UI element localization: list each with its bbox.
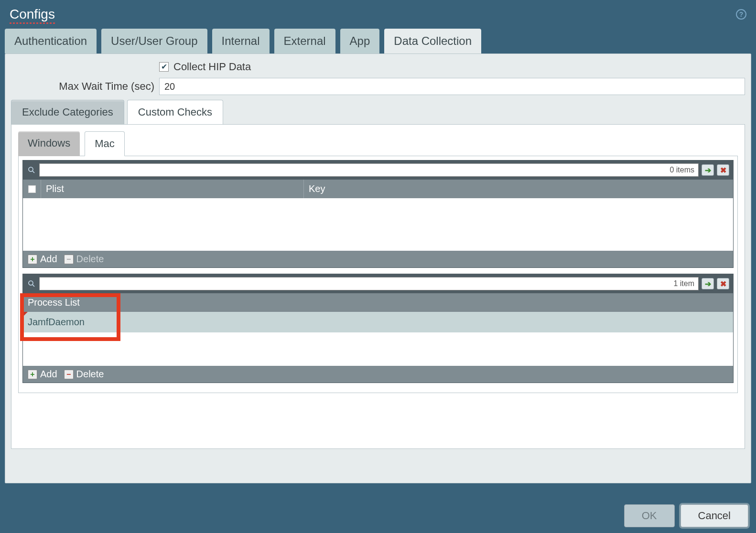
tab-app[interactable]: App — [340, 29, 380, 53]
custom-checks-panel: Windows Mac ➔ ✖ Plist Key — [11, 124, 745, 449]
search-icon — [27, 279, 36, 288]
plist-grid-body — [23, 198, 733, 251]
plist-header-key[interactable]: Key — [304, 180, 733, 198]
svg-point-0 — [29, 167, 33, 171]
minus-icon: − — [64, 370, 74, 379]
collect-hip-label: Collect HIP Data — [173, 61, 251, 73]
plist-grid: ➔ ✖ Plist Key + Add − Delete — [22, 160, 734, 268]
tab-data-collection[interactable]: Data Collection — [384, 29, 481, 53]
svg-line-1 — [32, 171, 34, 173]
clear-icon[interactable]: ✖ — [717, 164, 729, 176]
plus-icon: + — [28, 255, 37, 264]
process-name-text: JamfDaemon — [28, 317, 85, 327]
maxwait-label: Max Wait Time (sec) — [11, 80, 154, 93]
edited-flag-icon — [23, 312, 28, 317]
help-icon[interactable]: ? — [736, 9, 746, 20]
process-delete-label: Delete — [76, 369, 104, 380]
process-add-label: Add — [40, 369, 57, 380]
ok-button[interactable]: OK — [624, 504, 675, 527]
table-row[interactable]: JamfDaemon — [23, 312, 733, 332]
process-search-input[interactable] — [39, 277, 699, 290]
sub-tabbar: Exclude Categories Custom Checks — [11, 100, 745, 124]
search-icon — [27, 165, 36, 175]
collect-hip-checkbox[interactable]: ✔ — [159, 62, 169, 72]
tab-user-group[interactable]: User/User Group — [101, 29, 207, 53]
plist-search-input[interactable] — [39, 163, 699, 177]
tab-authentication[interactable]: Authentication — [5, 29, 97, 53]
plist-delete-button[interactable]: − Delete — [64, 254, 104, 265]
mac-checks-panel: ➔ ✖ Plist Key + Add − Delete — [18, 156, 738, 393]
tab-internal[interactable]: Internal — [212, 29, 270, 53]
process-cell-name[interactable]: JamfDaemon — [23, 312, 733, 332]
page-title: Configs — [10, 7, 55, 22]
process-delete-button[interactable]: − Delete — [64, 369, 104, 380]
export-icon[interactable]: ➔ — [702, 278, 714, 289]
dialog-button-bar: OK Cancel — [624, 504, 748, 527]
maxwait-input[interactable] — [159, 78, 745, 95]
ostab-windows[interactable]: Windows — [18, 131, 80, 156]
plus-icon: + — [28, 370, 37, 379]
export-icon[interactable]: ➔ — [702, 164, 714, 176]
process-add-button[interactable]: + Add — [28, 369, 57, 380]
plist-header-plist[interactable]: Plist — [41, 180, 304, 198]
tab-panel-data-collection: ✔ Collect HIP Data Max Wait Time (sec) E… — [5, 53, 751, 483]
plist-header-checkbox-col — [23, 180, 41, 198]
process-header-proclist[interactable]: Process List — [23, 293, 733, 312]
cancel-button[interactable]: Cancel — [680, 504, 748, 527]
plist-select-all-checkbox[interactable] — [28, 185, 36, 193]
process-grid: ➔ ✖ Process List JamfDaemon + Add — [22, 274, 734, 383]
svg-point-2 — [29, 281, 33, 285]
main-tabbar: Authentication User/User Group Internal … — [0, 29, 756, 53]
clear-icon[interactable]: ✖ — [717, 278, 729, 289]
minus-icon: − — [64, 255, 74, 264]
plist-delete-label: Delete — [76, 254, 104, 265]
tab-external[interactable]: External — [274, 29, 335, 53]
svg-line-3 — [32, 285, 34, 287]
subtab-exclude-categories[interactable]: Exclude Categories — [11, 100, 124, 124]
plist-add-button[interactable]: + Add — [28, 254, 57, 265]
os-tabbar: Windows Mac — [18, 131, 738, 156]
subtab-custom-checks[interactable]: Custom Checks — [127, 100, 223, 124]
ostab-mac[interactable]: Mac — [85, 131, 125, 156]
plist-add-label: Add — [40, 254, 57, 265]
